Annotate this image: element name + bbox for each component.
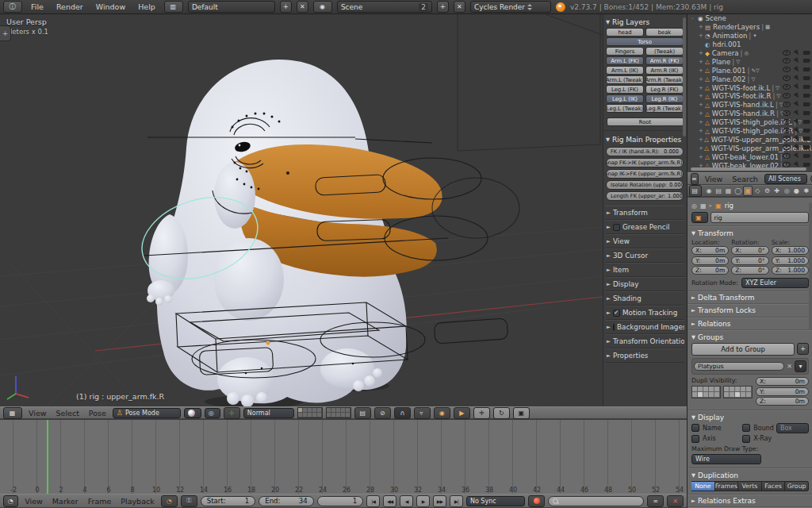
- outliner-row[interactable]: + ▤ RenderLayers | ▦: [688, 23, 812, 32]
- outliner-item-label[interactable]: Camera: [712, 49, 739, 57]
- properties-tab-icon[interactable]: ◎: [782, 186, 791, 196]
- visibility-eye-icon[interactable]: [783, 84, 791, 90]
- panel-header-groups[interactable]: ▼Groups: [691, 332, 809, 343]
- panel-header-rig-main-properties[interactable]: ▼ Rig Main Properties: [606, 133, 684, 145]
- menu-pose[interactable]: Pose: [86, 409, 109, 418]
- rotation-mode-select[interactable]: XYZ Euler: [741, 278, 809, 288]
- selectability-cursor-icon[interactable]: [794, 144, 801, 151]
- collapsed-panel-section[interactable]: ► Motion Tracking: [606, 306, 684, 320]
- editor-type-outliner-icon[interactable]: ≡: [691, 173, 699, 185]
- renderability-camera-icon[interactable]: [803, 94, 810, 98]
- expander-icon[interactable]: +: [699, 93, 704, 99]
- rig-layer-toggle[interactable]: Arm.R (IK): [645, 66, 684, 75]
- panel-header-transform[interactable]: ▼Transform: [691, 228, 809, 239]
- group-offset-y-field[interactable]: Y:0m: [756, 387, 809, 396]
- scale-y-field[interactable]: Y:1.000: [772, 256, 809, 265]
- visibility-eye-icon[interactable]: [783, 153, 791, 159]
- outliner-row[interactable]: + △ WGT-VIS-upper_arm_pole.ik.L | ▽: [688, 135, 812, 144]
- expander-icon[interactable]: +: [699, 102, 704, 108]
- renderability-camera-icon[interactable]: [803, 59, 810, 63]
- outliner-item-label[interactable]: Plane.001: [712, 67, 746, 75]
- collapsed-panel-section[interactable]: ► View: [606, 234, 684, 248]
- properties-tab-icon[interactable]: ▣: [743, 186, 753, 196]
- max-draw-type-select[interactable]: Wire: [691, 454, 761, 464]
- outliner-row[interactable]: + △ WGT-VIS-thigh_pole.ik.R | ▽: [688, 127, 812, 136]
- visibility-eye-icon[interactable]: [783, 119, 791, 125]
- mode-select[interactable]: ♙ Pose Mode: [113, 408, 181, 418]
- renderability-camera-icon[interactable]: [803, 85, 810, 89]
- panel-checkbox[interactable]: [613, 310, 620, 317]
- name-checkbox[interactable]: [691, 424, 699, 432]
- outliner-item-label[interactable]: WGT-VIS-thigh_pole.ik.L: [712, 118, 792, 126]
- visibility-eye-icon[interactable]: [783, 144, 791, 150]
- expander-icon[interactable]: +: [699, 128, 704, 134]
- duplication-option-button[interactable]: Verts: [738, 481, 762, 491]
- renderability-camera-icon[interactable]: [803, 163, 810, 167]
- layer-grid-1[interactable]: [297, 407, 323, 418]
- menu-render[interactable]: Render: [52, 2, 87, 11]
- rig-layer-toggle[interactable]: head: [606, 28, 644, 37]
- collapsed-panel-section[interactable]: ► Display: [606, 277, 684, 291]
- frame-start-field[interactable]: Start: 1: [201, 496, 256, 506]
- rotation-x-field[interactable]: X:0°: [731, 246, 768, 255]
- visibility-eye-icon[interactable]: [783, 93, 791, 98]
- outliner-row[interactable]: + △ WGT-beak_lower.01 | ▽: [688, 152, 812, 161]
- duplication-option-button[interactable]: None: [691, 481, 715, 491]
- renderability-camera-icon[interactable]: [803, 76, 810, 80]
- panel-checkbox[interactable]: [613, 324, 615, 331]
- keying-set-field[interactable]: [548, 496, 644, 506]
- panel-header-transform-locks[interactable]: ►Transform Locks: [691, 306, 809, 316]
- outliner-item-label[interactable]: WGT-VIS-foot.ik.L: [712, 84, 770, 92]
- collapsed-panel-section[interactable]: ► Background Images: [606, 320, 684, 334]
- selectability-cursor-icon[interactable]: [794, 152, 801, 160]
- collapsed-panel-section[interactable]: ► 3D Cursor: [606, 248, 684, 263]
- delete-layout-button[interactable]: ✕: [297, 1, 308, 13]
- dupli-layer-grid-2[interactable]: [723, 386, 753, 398]
- expander-icon[interactable]: +: [699, 50, 704, 56]
- renderability-camera-icon[interactable]: [803, 137, 810, 140]
- outliner-row[interactable]: + △ Plane.001 | ✎▽: [688, 66, 812, 75]
- manipulator-rotate-icon[interactable]: ↻: [493, 407, 510, 419]
- expander-icon[interactable]: +: [699, 76, 704, 83]
- screen-layout-icon[interactable]: ▥: [164, 1, 183, 13]
- snap-element-icon[interactable]: ▿: [414, 407, 431, 419]
- auto-keyframe-record-button[interactable]: [528, 495, 545, 507]
- renderability-camera-icon[interactable]: [803, 120, 810, 124]
- visibility-eye-icon[interactable]: [783, 110, 791, 116]
- rig-layer-toggle[interactable]: Arm.R (Tweak): [645, 75, 684, 84]
- panel-header-relations-extras[interactable]: ►Relations Extras: [691, 496, 809, 506]
- outliner-item-label[interactable]: RenderLayers: [713, 23, 760, 31]
- properties-tab-icon[interactable]: ✚: [772, 186, 782, 196]
- outliner-row[interactable]: + ◔ Animation | ✦: [688, 32, 812, 40]
- scene-select[interactable]: Scene 2: [337, 1, 432, 13]
- selectability-cursor-icon[interactable]: [794, 83, 801, 90]
- visibility-eye-icon[interactable]: [783, 136, 791, 141]
- visibility-eye-icon[interactable]: [783, 102, 791, 107]
- object-name-field[interactable]: rig: [710, 212, 809, 223]
- outliner-row[interactable]: + △ WGT-VIS-upper_arm_pole.ik.R | ▽: [688, 144, 812, 152]
- add-to-group-button[interactable]: Add to Group: [691, 343, 795, 356]
- menu-search[interactable]: Search: [729, 175, 761, 183]
- menu-frame[interactable]: Frame: [85, 497, 115, 506]
- properties-tab-icon[interactable]: ◇: [753, 186, 762, 196]
- expander-icon[interactable]: +: [699, 154, 704, 160]
- delete-scene-button[interactable]: ✕: [454, 1, 465, 13]
- selectability-cursor-icon[interactable]: [794, 66, 801, 73]
- outliner-item-label[interactable]: WGT-VIS-hand.ik.R: [712, 110, 775, 117]
- manipulator-translate-icon[interactable]: ✛: [473, 407, 490, 419]
- panel-checkbox[interactable]: [613, 224, 620, 231]
- location-z-field[interactable]: Z:0m: [691, 266, 729, 275]
- dupli-layer-grid-1[interactable]: [691, 386, 721, 398]
- opengl-render-icon[interactable]: ◉: [434, 407, 450, 419]
- menu-help[interactable]: Help: [134, 2, 159, 11]
- add-layout-button[interactable]: +: [280, 1, 292, 13]
- rig-layer-toggle[interactable]: Arm.L (FK): [606, 56, 644, 65]
- panel-header-rig-layers[interactable]: ▼ Rig Layers: [606, 16, 684, 28]
- insert-keyframe-icon[interactable]: ∞: [647, 495, 664, 507]
- panel-header-delta-transform[interactable]: ►Delta Transform: [691, 293, 809, 303]
- manipulator-scale-icon[interactable]: ▣: [513, 407, 530, 419]
- rig-layer-toggle[interactable]: Leg.R (FK): [645, 85, 684, 94]
- outliner-row[interactable]: + △ WGT-VIS-foot.ik.R | ▽: [688, 92, 812, 101]
- rig-layer-toggle[interactable]: Arm.L (Tweak): [606, 75, 644, 84]
- snap-magnet-icon[interactable]: ∩: [394, 407, 411, 419]
